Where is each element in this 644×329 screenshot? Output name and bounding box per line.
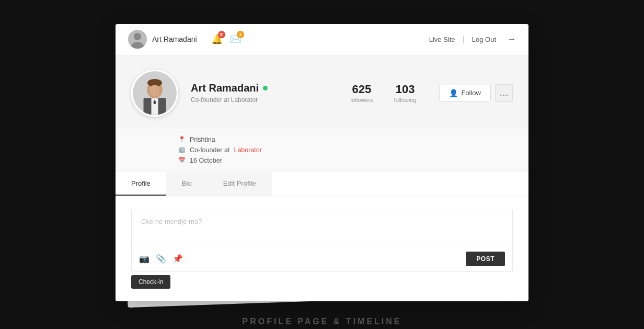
svg-point-9 <box>150 85 160 96</box>
company-row: 🏢 Co-founder at Laborator <box>178 146 513 154</box>
tab-profile-label: Profile <box>131 179 151 187</box>
company-link[interactable]: Laborator <box>234 146 262 154</box>
navbar: Art Ramadani 🔔 8 ✉️ 3 Live Site | Log Ou… <box>116 24 528 55</box>
post-section: Cke ne mendje mo? 📷 📎 📌 POST Check-in <box>116 196 528 301</box>
camera-icon[interactable]: 📷 <box>139 254 150 264</box>
profile-name-row: Art Ramadani <box>191 82 327 94</box>
logout-icon[interactable]: → <box>508 35 516 44</box>
online-indicator <box>263 86 268 90</box>
navbar-left: Art Ramadani 🔔 8 ✉️ 3 <box>128 30 243 49</box>
profile-stats: 625 followers 103 following <box>350 83 416 103</box>
notifications-icon-badge[interactable]: 🔔 8 <box>210 32 224 47</box>
profile-avatar-wrap <box>131 70 178 117</box>
checkin-button[interactable]: Check-in <box>131 275 170 289</box>
profile-name: Art Ramadani <box>191 82 259 94</box>
following-stat: 103 following <box>394 83 417 103</box>
tab-edit-profile[interactable]: Edit Profile <box>208 172 272 196</box>
page-label: PROFILE PAGE & TIMELINE <box>242 317 401 326</box>
profile-tagline: Co-founder at Laborator <box>191 96 327 104</box>
calendar-icon: 📅 <box>178 157 186 164</box>
date-text: 16 October <box>190 157 222 164</box>
company-icon: 🏢 <box>178 146 186 153</box>
post-input[interactable]: Cke ne mendje mo? <box>132 209 512 246</box>
follow-button[interactable]: 👤 Follow <box>439 85 491 101</box>
profile-avatar <box>131 70 178 117</box>
attach-icon[interactable]: 📎 <box>156 254 166 264</box>
date-row: 📅 16 October <box>178 157 513 164</box>
messages-icon-badge[interactable]: ✉️ 3 <box>228 32 243 47</box>
follow-icon: 👤 <box>449 89 458 97</box>
nav-avatar <box>128 30 147 49</box>
notifications-count: 8 <box>218 31 225 38</box>
navbar-right: Live Site | Log Out → <box>422 35 516 44</box>
more-icon: … <box>499 87 509 98</box>
page-wrapper: Art Ramadani 🔔 8 ✉️ 3 Live Site | Log Ou… <box>0 10 644 329</box>
following-count: 103 <box>394 83 417 96</box>
tab-profile[interactable]: Profile <box>116 172 166 196</box>
messages-count: 3 <box>237 31 244 38</box>
post-toolbar: 📷 📎 📌 POST <box>132 246 512 271</box>
svg-point-1 <box>134 33 141 40</box>
more-button[interactable]: … <box>495 84 513 102</box>
nav-icons: 🔔 8 ✉️ 3 <box>210 32 243 47</box>
profile-header: Art Ramadani Co-founder at Laborator 625… <box>116 55 528 129</box>
logout-link[interactable]: Log Out <box>465 36 503 43</box>
profile-actions: 👤 Follow … <box>439 84 513 102</box>
followers-count: 625 <box>350 83 373 96</box>
profile-details: 📍 Prishtina 🏢 Co-founder at Laborator 📅 … <box>116 129 528 172</box>
nav-username: Art Ramadani <box>152 35 197 43</box>
post-box: Cke ne mendje mo? 📷 📎 📌 POST <box>131 209 513 272</box>
tab-bio-label: Bio <box>182 179 192 187</box>
location-icon: 📍 <box>178 136 186 143</box>
following-label: following <box>394 97 417 103</box>
company-prefix: Co-founder at <box>190 146 229 154</box>
live-site-link[interactable]: Live Site <box>422 36 463 43</box>
location-pin-icon[interactable]: 📌 <box>172 254 183 264</box>
tab-edit-profile-label: Edit Profile <box>223 179 256 187</box>
profile-info: Art Ramadani Co-founder at Laborator <box>191 82 327 104</box>
profile-tabs: Profile Bio Edit Profile <box>116 172 528 196</box>
main-card: Art Ramadani 🔔 8 ✉️ 3 Live Site | Log Ou… <box>116 24 528 301</box>
location-text: Prishtina <box>190 136 215 143</box>
location-row: 📍 Prishtina <box>178 136 513 143</box>
post-button[interactable]: POST <box>466 252 505 266</box>
followers-label: followers <box>350 97 373 103</box>
follow-button-label: Follow <box>461 89 481 97</box>
followers-stat: 625 followers <box>350 83 373 103</box>
tab-bio[interactable]: Bio <box>166 172 208 196</box>
